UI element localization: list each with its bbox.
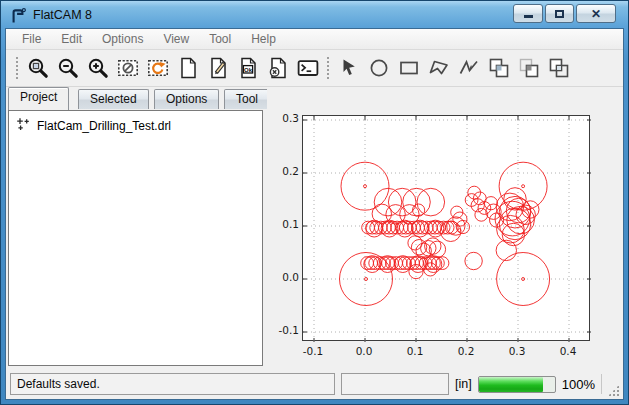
open-project-button[interactable] [203,53,233,83]
progress-percent: 100% [562,377,595,392]
menu-item-view[interactable]: View [153,29,199,49]
x-tick-label: -0.1 [298,345,328,357]
circle-tool-button[interactable] [364,53,394,83]
replot-button[interactable] [143,53,173,83]
menu-item-tool[interactable]: Tool [199,29,241,49]
delete-file-icon [267,57,289,79]
zoom-out-button[interactable] [53,53,83,83]
intersection-tool-button[interactable] [514,53,544,83]
client-area: FileEditOptionsViewToolHelp Ok ProjectSe… [5,28,624,400]
shell-icon [297,57,319,79]
project-tree[interactable]: FlatCam_Drilling_Test.drl [8,110,263,366]
window-title: FlatCAM 8 [33,8,92,22]
x-tick-label: 0.2 [451,345,481,357]
close-button[interactable]: ✕ [576,4,616,23]
minimize-icon [524,15,533,18]
progress-bar [478,376,556,393]
drill-object-icon [16,117,30,135]
new-file-icon [177,57,199,79]
intersection-icon [518,57,540,79]
x-tick-label: 0.0 [349,345,379,357]
polygon-icon [428,57,450,79]
replot-icon [147,57,169,79]
progress-fill [479,377,544,392]
menubar: FileEditOptionsViewToolHelp [6,29,623,50]
edit-file-icon [207,57,229,79]
circle-icon [368,57,390,79]
zoom-out-icon [57,57,79,79]
plot-toolbar-handle[interactable] [14,55,19,81]
y-tick-label: 0.2 [273,165,299,177]
tab-selected[interactable]: Selected [78,89,149,109]
main-area: ProjectSelectedOptionsTool FlatCam_Drill… [6,87,623,369]
zoom-fit-button[interactable] [23,53,53,83]
maximize-button[interactable] [545,4,574,23]
clear-plot-button[interactable] [113,53,143,83]
ok-file-icon: Ok [237,57,259,79]
menu-item-options[interactable]: Options [92,29,153,49]
y-tick-label: 0.3 [273,112,299,124]
x-tick-label: 0.3 [502,345,532,357]
minimize-button[interactable] [513,4,543,23]
maximize-icon [555,10,564,18]
new-project-button[interactable] [173,53,203,83]
menu-item-help[interactable]: Help [241,29,286,49]
union-tool-button[interactable] [484,53,514,83]
editor-toolbar-handle[interactable] [325,55,330,81]
save-project-button[interactable]: Ok [233,53,263,83]
units-label: [in] [455,377,472,391]
subtract-tool-button[interactable] [544,53,574,83]
x-tick-label: 0.1 [400,345,430,357]
pointer-icon [338,57,360,79]
app-logo-icon [9,7,27,25]
tab-tool[interactable]: Tool [224,89,270,109]
y-tick-label: 0.1 [273,218,299,230]
x-tick-label: 0.4 [553,345,583,357]
statusbar: Defaults saved. [in] 100% [6,369,623,399]
flatcam-window: FlatCAM 8 ✕ FileEditOptionsViewToolHelp … [0,0,629,405]
zoom-in-button[interactable] [83,53,113,83]
zoom-fit-icon [27,57,49,79]
resize-grip[interactable] [608,385,619,396]
drill-plot-svg [303,116,591,342]
rectangle-icon [398,57,420,79]
close-icon: ✕ [591,8,601,20]
path-tool-button[interactable] [454,53,484,83]
subtract-icon [548,57,570,79]
select-tool-button[interactable] [334,53,364,83]
plot-axes[interactable] [302,115,590,341]
clear-plot-icon [117,57,139,79]
toolbar: Ok [6,50,623,87]
status-message: Defaults saved. [10,373,335,395]
tab-options[interactable]: Options [154,89,219,109]
plot-canvas[interactable]: -0.10.00.10.20.3-0.10.00.10.20.30.4 [267,87,622,369]
status-secondary-panel [341,373,449,395]
y-tick-label: 0.0 [273,271,299,283]
window-controls: ✕ [513,4,616,23]
shell-button[interactable] [293,53,323,83]
titlebar[interactable]: FlatCAM 8 ✕ [5,1,624,28]
delete-object-button[interactable] [263,53,293,83]
union-icon [488,57,510,79]
rectangle-tool-button[interactable] [394,53,424,83]
tab-project[interactable]: Project [8,87,69,110]
y-tick-label: -0.1 [273,324,299,336]
svg-text:Ok: Ok [244,67,253,73]
zoom-in-icon [87,57,109,79]
tree-item-label: FlatCam_Drilling_Test.drl [37,119,171,133]
menu-item-edit[interactable]: Edit [51,29,92,49]
tree-item[interactable]: FlatCam_Drilling_Test.drl [9,111,262,137]
statusbar-separator [601,374,602,394]
menu-item-file[interactable]: File [12,29,51,49]
polygon-tool-button[interactable] [424,53,454,83]
path-icon [458,57,480,79]
